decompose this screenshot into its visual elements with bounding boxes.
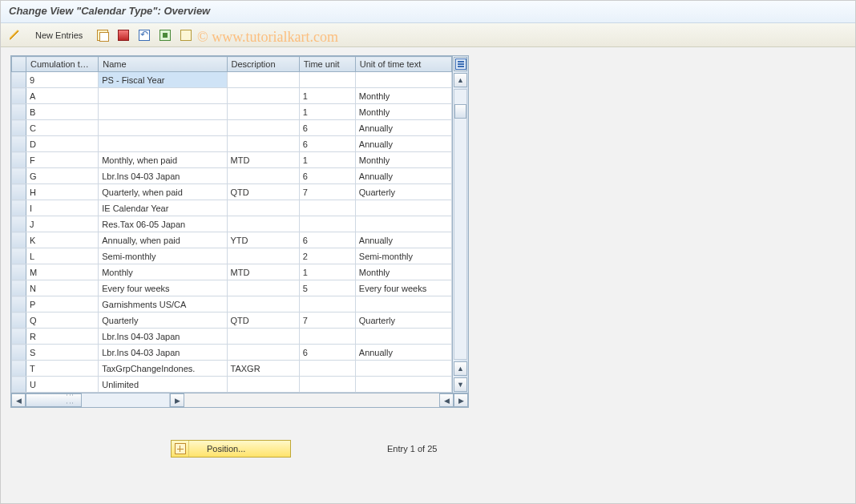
cell-name[interactable]: IE Calendar Year	[99, 200, 227, 216]
cell-unit-text[interactable]: Monthly	[355, 88, 451, 104]
scroll-left-button[interactable]: ◀	[11, 393, 26, 407]
cell-description[interactable]	[227, 280, 299, 296]
select-all-button[interactable]	[157, 27, 173, 43]
cell-unit-text[interactable]: Annually	[355, 120, 451, 136]
cell-time-unit[interactable]	[299, 296, 355, 312]
scroll-down-button[interactable]: ▼	[454, 377, 467, 392]
row-selector[interactable]	[12, 88, 26, 104]
scroll-track[interactable]	[454, 89, 467, 360]
cell-name[interactable]: Res.Tax 06-05 Japan	[99, 216, 227, 232]
cell-cumulation[interactable]: J	[26, 216, 99, 232]
cell-name[interactable]	[99, 88, 227, 104]
hscroll-thumb[interactable]	[26, 393, 82, 407]
row-selector[interactable]	[12, 280, 26, 296]
cell-cumulation[interactable]: R	[26, 329, 99, 345]
table-row[interactable]: NEvery four weeks5Every four weeks	[12, 280, 452, 296]
cell-description[interactable]	[227, 296, 299, 312]
cell-description[interactable]: QTD	[227, 184, 299, 200]
cell-name[interactable]: Lbr.Ins 04-03 Japan	[99, 168, 227, 184]
scroll-thumb[interactable]	[454, 104, 466, 119]
row-selector[interactable]	[12, 296, 26, 312]
cell-cumulation[interactable]: G	[26, 168, 99, 184]
table-row[interactable]: KAnnually, when paidYTD6Annually	[12, 232, 452, 248]
table-row[interactable]: LSemi-monthly2Semi-monthly	[12, 248, 452, 264]
cell-name[interactable]: Monthly	[99, 264, 227, 280]
cell-time-unit[interactable]: 6	[299, 168, 355, 184]
scroll-right-end-button[interactable]: ▶	[454, 393, 468, 407]
cell-cumulation[interactable]: F	[26, 152, 99, 168]
table-row[interactable]: UUnlimited	[12, 377, 452, 393]
scroll-left-end-button[interactable]: ◀	[439, 393, 454, 407]
table-row[interactable]: C6Annually	[12, 120, 452, 136]
row-selector[interactable]	[12, 200, 26, 216]
row-selector[interactable]	[12, 248, 26, 264]
table-row[interactable]: FMonthly, when paidMTD1Monthly	[12, 152, 452, 168]
cell-description[interactable]	[227, 329, 299, 345]
col-time-unit[interactable]: Time unit	[299, 57, 355, 72]
cell-unit-text[interactable]: Annually	[355, 136, 451, 152]
cell-description[interactable]: MTD	[227, 152, 299, 168]
table-config-button[interactable]	[454, 57, 467, 71]
cell-cumulation[interactable]: P	[26, 296, 99, 312]
cell-cumulation[interactable]: N	[26, 280, 99, 296]
cell-time-unit[interactable]: 1	[299, 104, 355, 120]
cell-time-unit[interactable]: 7	[299, 184, 355, 200]
table-row[interactable]: D6Annually	[12, 136, 452, 152]
cell-cumulation[interactable]: H	[26, 184, 99, 200]
cell-description[interactable]	[227, 200, 299, 216]
table-row[interactable]: MMonthlyMTD1Monthly	[12, 264, 452, 280]
cell-unit-text[interactable]: Monthly	[355, 104, 451, 120]
cell-cumulation[interactable]: U	[26, 377, 99, 393]
table-row[interactable]: RLbr.Ins 04-03 Japan	[12, 329, 452, 345]
cell-time-unit[interactable]	[299, 329, 355, 345]
table-row[interactable]: SLbr.Ins 04-03 Japan6Annually	[12, 345, 452, 361]
cell-unit-text[interactable]: Annually	[355, 345, 451, 361]
cell-cumulation[interactable]: T	[26, 361, 99, 377]
cell-description[interactable]	[227, 120, 299, 136]
cell-cumulation[interactable]: D	[26, 136, 99, 152]
row-selector[interactable]	[12, 345, 26, 361]
table-row[interactable]: A1Monthly	[12, 88, 452, 104]
cell-unit-text[interactable]: Quarterly	[355, 312, 451, 329]
cell-time-unit[interactable]: 1	[299, 264, 355, 280]
cell-description[interactable]	[227, 104, 299, 120]
cell-cumulation[interactable]: L	[26, 248, 99, 264]
table-row[interactable]: HQuarterly, when paidQTD7Quarterly	[12, 184, 452, 200]
deselect-all-button[interactable]	[178, 27, 194, 43]
cell-cumulation[interactable]: A	[26, 88, 99, 104]
cell-unit-text[interactable]: Quarterly	[355, 184, 451, 200]
new-entries-button[interactable]: New Entries	[28, 27, 90, 43]
cell-time-unit[interactable]: 6	[299, 136, 355, 152]
cell-description[interactable]	[227, 72, 299, 88]
cell-time-unit[interactable]: 6	[299, 345, 355, 361]
cell-name[interactable]	[99, 120, 227, 136]
cell-time-unit[interactable]: 1	[299, 88, 355, 104]
row-selector[interactable]	[12, 264, 26, 280]
cell-name[interactable]: PS - Fiscal Year	[99, 72, 227, 88]
cell-name[interactable]: Garnishments US/CA	[99, 296, 227, 312]
row-selector[interactable]	[12, 72, 26, 88]
cell-time-unit[interactable]	[299, 216, 355, 232]
cell-unit-text[interactable]: Every four weeks	[355, 280, 451, 296]
cell-unit-text[interactable]	[355, 296, 451, 312]
row-selector[interactable]	[12, 120, 26, 136]
cell-unit-text[interactable]	[355, 329, 451, 345]
col-name[interactable]: Name	[99, 57, 227, 72]
cell-cumulation[interactable]: 9	[26, 72, 99, 88]
cell-unit-text[interactable]: Annually	[355, 168, 451, 184]
cell-name[interactable]: Unlimited	[99, 377, 227, 393]
cell-time-unit[interactable]: 5	[299, 280, 355, 296]
row-selector[interactable]	[12, 232, 26, 248]
row-selector[interactable]	[12, 168, 26, 184]
hscroll-track[interactable]	[26, 393, 170, 407]
cell-cumulation[interactable]: S	[26, 345, 99, 361]
cell-unit-text[interactable]: Monthly	[355, 152, 451, 168]
cell-name[interactable]: Lbr.Ins 04-03 Japan	[99, 345, 227, 361]
cell-description[interactable]	[227, 136, 299, 152]
cell-time-unit[interactable]	[299, 72, 355, 88]
cell-cumulation[interactable]: B	[26, 104, 99, 120]
col-cumulation[interactable]: Cumulation t…	[26, 57, 99, 72]
row-selector[interactable]	[12, 312, 26, 329]
cell-description[interactable]	[227, 345, 299, 361]
table-row[interactable]: 9PS - Fiscal Year	[12, 72, 452, 88]
